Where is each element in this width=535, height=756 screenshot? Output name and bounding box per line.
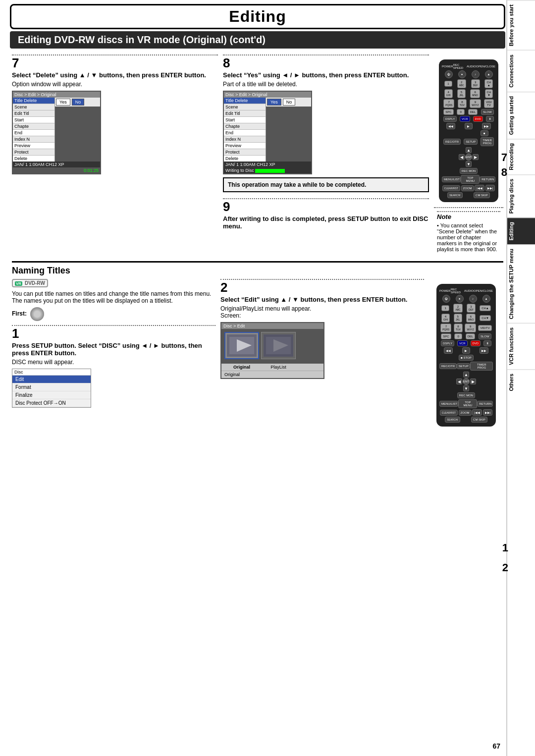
remote2-btn-1[interactable]: 1 [441,305,449,311]
remote-btn-return[interactable]: RETURN [480,176,495,182]
remote2-btn-fwd[interactable]: ▶▶ [480,347,488,354]
remote2-btn-return[interactable]: RETURN [477,401,493,407]
remote-btn-setup[interactable]: SETUP [464,139,478,145]
remote2-btn-skipfwd[interactable]: ▶▶| [483,409,493,416]
remote2-btn-dvd[interactable]: DVD [471,340,481,346]
remote-dpad-up[interactable]: ▲ [466,147,472,153]
remote-btn-9[interactable]: 9WXYZ [470,99,481,108]
remote-btn-0[interactable]: 0 [457,109,465,115]
remote2-btn-pause[interactable]: ⏸ [483,340,491,346]
remote2-btn-vcr[interactable]: VCR [457,340,468,346]
sidebar-item-editing[interactable]: Editing [507,217,535,244]
remote-btn-dvd[interactable]: DVD [473,116,483,122]
remote2-btn-ch-dn[interactable]: CH▼ [480,315,491,321]
remote-btn-6[interactable]: 6MNO [470,89,480,98]
remote-btn-play[interactable]: ▶ [465,123,473,129]
remote2-btn-timerprog[interactable]: TIMER PROG [470,362,493,371]
remote-btn-rew[interactable]: ◀◀ [446,123,455,129]
remote-dpad-enter[interactable]: ENT [465,154,472,161]
remote2-btn-del[interactable]: DEL [466,333,476,339]
remote2-btn-rew[interactable]: ◀◀ [444,347,453,354]
remote-btn-skipfwd[interactable]: ▶▶| [485,185,495,191]
remote2-power-btn[interactable]: ⏻ [442,295,450,303]
remote-btn-skipbwd[interactable]: |◀◀ [475,185,484,191]
remote-btn-ch[interactable]: CH▲ [484,79,493,88]
remote-btn-videotv[interactable]: VID/TV [484,99,494,108]
remote-btn-display[interactable]: DSPLY [443,116,457,122]
remote2-dpad-down[interactable]: ▼ [463,385,469,391]
remote-btn-ch-dn[interactable]: CH▼ [485,89,493,98]
remote-btn-fwd[interactable]: ▶▶ [482,123,491,129]
remote2-btn-6[interactable]: 6MNO [466,314,476,323]
playlist-thumb-playlist[interactable] [261,332,296,359]
remote2-btn-8[interactable]: 8TUV [454,324,463,332]
remote-btn-timerprog[interactable]: TIMERPROG [481,137,494,146]
remote-openclose-btn[interactable]: ▲ [485,70,493,78]
remote2-dpad-right[interactable]: ▶ [470,378,476,384]
remote-btn-vcr[interactable]: VCR [460,116,470,122]
remote-btn-menulist[interactable]: MENU/LIST [442,176,461,182]
remote-btn-8[interactable]: 8TUV [458,99,467,108]
remote2-btn-0[interactable]: 0 [454,333,462,339]
remote-audio-btn[interactable]: ♪ [472,70,480,78]
remote2-btn-5[interactable]: 5JKL [454,314,462,323]
remote-btn-topmenu[interactable]: TOP MENU [461,175,480,184]
sidebar-item-changing-setup[interactable]: Changing the SETUP menu [507,244,535,323]
remote2-btn-slow[interactable]: SLOW [479,333,491,339]
remote2-btn-setup[interactable]: SETUP [457,363,471,369]
remote2-btn-recmonitor[interactable]: REC MON [457,392,475,398]
step-8-no-btn[interactable]: No [283,99,296,106]
remote2-btn-search[interactable]: SEARCH/ [445,417,460,423]
remote2-btn-recotr[interactable]: REC/OTR [439,363,457,369]
remote2-btn-skipbwd[interactable]: |◀◀ [472,409,482,416]
remote2-btn-zoom[interactable]: ZOOM [459,410,472,416]
remote-btn-del[interactable]: DEL [468,109,478,115]
remote-btn-5[interactable]: 5JKL [457,89,466,98]
remote-recspeed-btn[interactable]: ● [458,70,466,78]
remote-btn-cmskip[interactable]: CM SKIP [474,192,490,198]
sidebar-item-getting-started[interactable]: Getting started [507,92,535,139]
sidebar-item-playing-discs[interactable]: Playing discs [507,174,535,217]
remote-btn-pause[interactable]: ⏸ [486,116,494,122]
remote2-btn-space[interactable]: SPC [441,333,451,339]
remote-dpad-down[interactable]: ▼ [466,161,472,167]
remote-btn-7[interactable]: 7PQRS [443,99,454,108]
remote-btn-1[interactable]: 1 [444,81,452,87]
remote-btn-space[interactable]: SPC [443,109,453,115]
remote-btn-stop[interactable]: ■ [481,130,488,136]
remote-dpad-left[interactable]: ◀ [459,154,465,160]
step-7-yes-btn[interactable]: Yes [56,99,70,106]
remote2-btn-cmskip[interactable]: CM SKIP [471,417,487,423]
remote2-btn-stop[interactable]: ■ STOP [459,355,474,361]
remote-power-btn[interactable]: ⏻ [445,70,453,78]
remote2-dpad-enter[interactable]: ENT [463,378,470,385]
remote2-recspeed-btn[interactable]: ● [456,295,464,303]
remote2-btn-4[interactable]: 4GHI [441,314,450,323]
sidebar-item-others[interactable]: Others [507,369,535,395]
remote2-btn-menulist[interactable]: MENU/LIST [439,401,458,407]
remote2-dpad-up[interactable]: ▲ [463,372,469,378]
remote2-btn-7[interactable]: 7PQRS [440,324,451,332]
remote2-btn-display[interactable]: DSPLY [441,340,454,346]
sidebar-item-vcr-functions[interactable]: VCR functions [507,323,535,369]
step-8-yes-btn[interactable]: Yes [267,99,281,106]
sidebar-item-connections[interactable]: Connections [507,50,535,92]
remote2-dpad-left[interactable]: ◀ [456,378,462,384]
sidebar-item-before-you-start[interactable]: Before you start [507,0,535,50]
playlist-thumb-original[interactable] [224,332,259,359]
remote-btn-clearreset[interactable]: CLEAR/RST [442,185,460,191]
step-7-no-btn[interactable]: No [72,99,85,106]
remote-btn-recmonitor[interactable]: REC MON [460,168,478,174]
remote2-btn-play[interactable]: ▶ [462,347,470,354]
remote2-btn-videotv[interactable]: VID/TV [478,325,491,331]
remote2-btn-topmenu[interactable]: TOP MENU [458,399,477,408]
remote-btn-2[interactable]: 2ABC [457,79,466,88]
sidebar-item-recording[interactable]: Recording [507,139,535,174]
remote2-btn-clearreset[interactable]: CLEAR/RST [440,410,458,416]
remote2-audio-btn[interactable]: ♪ [469,295,477,303]
remote2-btn-9[interactable]: 9WXYZ [465,324,476,332]
remote2-btn-ch[interactable]: CH▲ [480,305,491,311]
remote2-openclose-btn[interactable]: ▲ [482,295,490,303]
remote-btn-slow[interactable]: SLOW [481,109,494,115]
remote-btn-4[interactable]: 4GHI [444,89,453,98]
